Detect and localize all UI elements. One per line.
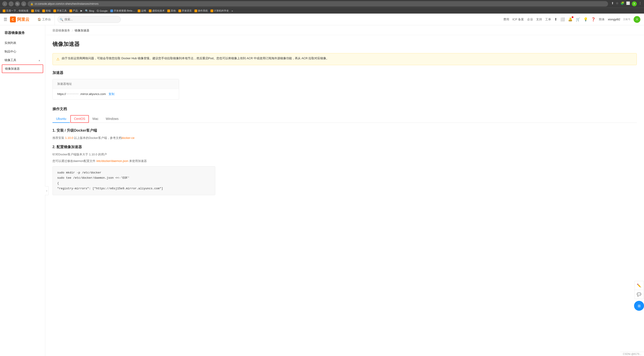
bookmark-overflow[interactable]: » xyxy=(230,9,234,13)
docs-section: 操作文档 Ubuntu CentOS Mac Windows 1. 安装 / 升… xyxy=(52,107,637,195)
logo-box: C xyxy=(10,16,16,22)
step2-config-link[interactable]: /etc/docker/daemon.json xyxy=(96,159,128,162)
hamburger-icon[interactable]: ☰ xyxy=(4,17,7,22)
sidebar: 容器镜像服务 实例列表 制品中心 镜像工具 ▲ 镜像加速器 ‹ xyxy=(0,25,45,356)
address-box-content: https://••••••••.mirror.aliyuncs.com 复制 xyxy=(53,89,179,99)
nav-feiyong[interactable]: 费用 xyxy=(503,18,509,22)
bookmark-devtools[interactable]: 开发工具 xyxy=(52,8,68,13)
step1-title: 1. 安装 / 升级Docker客户端 xyxy=(52,128,637,133)
forward-button[interactable]: › xyxy=(8,1,14,6)
status-text: CSDNi @8179... xyxy=(623,352,641,355)
bookmark-bing[interactable]: 🔍Bing xyxy=(84,9,96,13)
address-masked: •••••••• xyxy=(67,92,79,96)
accelerator-section-title: 加速器 xyxy=(52,70,637,75)
sidebar-item-instance-list[interactable]: 实例列表 xyxy=(0,39,45,47)
step1-doc-link[interactable]: docker-ce xyxy=(122,136,134,140)
step2: 2. 配置镜像加速器 针对Docker客户端版本大于 1.10.0 的用户 您可… xyxy=(52,145,637,195)
step1-desc-middle: 以上版本的Docker客户端，参考文档 xyxy=(73,136,122,140)
step2-desc2-prefix: 您可以通过修改daemon配置文件 xyxy=(52,159,96,162)
home-button[interactable]: ⌂ xyxy=(21,1,26,6)
sidebar-group-image-tools[interactable]: 镜像工具 ▲ xyxy=(0,56,45,64)
breadcrumb-link-1[interactable]: 容器镜像服务 xyxy=(52,28,70,32)
address-box: 加速器地址 https://••••••••.mirror.aliyuncs.c… xyxy=(52,79,179,100)
step2-desc2-suffix: 来使用加速器 xyxy=(128,159,147,162)
address-bar[interactable]: 🔒 cr.console.aliyun.com/cn-shenzhen/inst… xyxy=(28,1,608,6)
window-icon[interactable]: ⬜ xyxy=(626,1,630,6)
nav-bulb-icon[interactable]: 💡 xyxy=(584,17,588,22)
tab-windows[interactable]: Windows xyxy=(102,115,122,123)
warning-alert: ⚠ 由于当前运营商网络问题，可能会导致您拉取 Docker Hub 镜像变慢。建… xyxy=(52,53,637,65)
username: xiongyi92 xyxy=(608,18,620,21)
extensions-icon[interactable]: 🧩 xyxy=(620,1,624,6)
status-bar: CSDNi @8179... xyxy=(620,352,644,356)
home-nav-label: 工作台 xyxy=(42,18,51,22)
nav-home-link[interactable]: 🏠 工作台 xyxy=(34,14,55,25)
step1-desc-prefix: 推荐安装 xyxy=(52,136,65,140)
docs-section-title: 操作文档 xyxy=(52,107,637,112)
bookmark-ops[interactable]: 运维 xyxy=(136,8,148,13)
nav-lang[interactable]: 简体 xyxy=(599,18,605,22)
bookmark-products[interactable]: 产品 xyxy=(68,8,79,13)
share-icon[interactable]: ⬆ xyxy=(611,1,614,6)
tab-mac[interactable]: Mac xyxy=(89,115,102,123)
sidebar-item-product-center[interactable]: 制品中心 xyxy=(0,47,45,56)
float-chat-btn[interactable]: 💬 xyxy=(634,290,644,299)
bookmark-dev-search[interactable]: 开发者搜索-Beta-... xyxy=(109,8,136,13)
bookmark-cs-history[interactable]: 计算机科学史 xyxy=(209,8,230,13)
breadcrumb-current: 镜像加速器 xyxy=(74,28,89,32)
bookmark-more1[interactable]: ▶ xyxy=(79,9,84,13)
bookmark-frontend[interactable]: 前端 xyxy=(41,8,52,13)
float-edit-btn[interactable]: ✏️ xyxy=(634,281,644,290)
step1-desc: 推荐安装 1.10.0 以上版本的Docker客户端，参考文档docker-ce xyxy=(52,136,637,140)
search-wrap: 🔍 xyxy=(58,16,121,23)
sidebar-title: 容器镜像服务 xyxy=(0,29,45,39)
nav-help-icon[interactable]: ❓ xyxy=(591,17,596,22)
lock-icon: 🔒 xyxy=(30,2,34,6)
back-button[interactable]: ‹ xyxy=(2,1,7,6)
bookmark-dev-lang[interactable]: 开发语言 xyxy=(177,8,193,13)
code-line-3: { xyxy=(57,181,210,186)
bookmark-icon[interactable]: ☆ xyxy=(616,1,619,6)
nav-icon-2[interactable]: ⬜ xyxy=(560,17,565,22)
nav-user-info[interactable]: xiongyi92 主账号 xyxy=(608,18,630,21)
float-grid-btn[interactable]: ⊞ xyxy=(634,301,644,311)
bookmark-other[interactable]: 其他 xyxy=(166,8,177,13)
nav-workorder[interactable]: 工单 xyxy=(545,18,551,22)
nav-icp[interactable]: ICP 备案 xyxy=(512,18,524,22)
nav-support[interactable]: 支持 xyxy=(536,18,542,22)
chevron-up-icon: ▲ xyxy=(38,59,40,62)
nav-icon-1[interactable]: ⬆ xyxy=(554,17,557,22)
bookmark-baiduYiXia[interactable]: 百度一下，你就知道 xyxy=(1,8,30,13)
code-line-1: sudo mkdir -p /etc/docker xyxy=(57,170,210,175)
bookmark-os[interactable]: 操作系统 xyxy=(193,8,209,13)
user-avatar[interactable]: X xyxy=(634,16,640,23)
sidebar-sub-item-mirror-accelerator[interactable]: 镜像加速器 xyxy=(2,64,43,73)
code-line-2: sudo tee /etc/docker/daemon.json <<-'EOF… xyxy=(57,175,210,180)
bookmark-virt[interactable]: 虚拟化技术 xyxy=(148,8,166,13)
step1: 1. 安装 / 升级Docker客户端 推荐安装 1.10.0 以上版本的Doc… xyxy=(52,128,637,140)
menu-icon[interactable]: ⋮ xyxy=(638,1,642,6)
browser-chrome: ‹ › ↻ ⌂ 🔒 cr.console.aliyun.com/cn-shenz… xyxy=(0,0,644,8)
bookmark-backend[interactable]: 后端 xyxy=(30,8,41,13)
address-box-header: 加速器地址 xyxy=(53,79,179,89)
code-line-4: "registry-mirrors": ["https://e6sj15e9.m… xyxy=(57,186,210,191)
home-nav-icon: 🏠 xyxy=(38,18,41,21)
sidebar-collapse-btn[interactable]: ‹ xyxy=(45,186,48,195)
nav-cart-icon[interactable]: 🛒 xyxy=(576,17,580,22)
search-input[interactable] xyxy=(58,16,121,23)
profile-icon[interactable]: X xyxy=(632,1,637,6)
bookmark-google[interactable]: GGoogle xyxy=(96,9,109,13)
copy-button[interactable]: 复制 xyxy=(108,92,114,96)
address-suffix: .mirror.aliyuncs.com xyxy=(80,92,106,96)
tab-centos[interactable]: CentOS xyxy=(70,115,89,123)
nav-right-items: 费用 ICP 备案 企业 支持 工单 ⬆ ⬜ 🔔 🛒 💡 ❓ 简体 xiongy… xyxy=(503,16,640,23)
step1-version-link[interactable]: 1.10.0 xyxy=(65,136,73,140)
search-icon: 🔍 xyxy=(60,18,63,21)
warning-icon: ⚠ xyxy=(56,56,60,62)
url-text: cr.console.aliyun.com/cn-shenzhen/instan… xyxy=(35,2,98,6)
refresh-button[interactable]: ↻ xyxy=(15,1,20,6)
tab-ubuntu[interactable]: Ubuntu xyxy=(52,115,70,123)
nav-bell-icon[interactable]: 🔔 xyxy=(568,17,572,22)
step2-title: 2. 配置镜像加速器 xyxy=(52,145,637,150)
nav-enterprise[interactable]: 企业 xyxy=(527,18,533,22)
